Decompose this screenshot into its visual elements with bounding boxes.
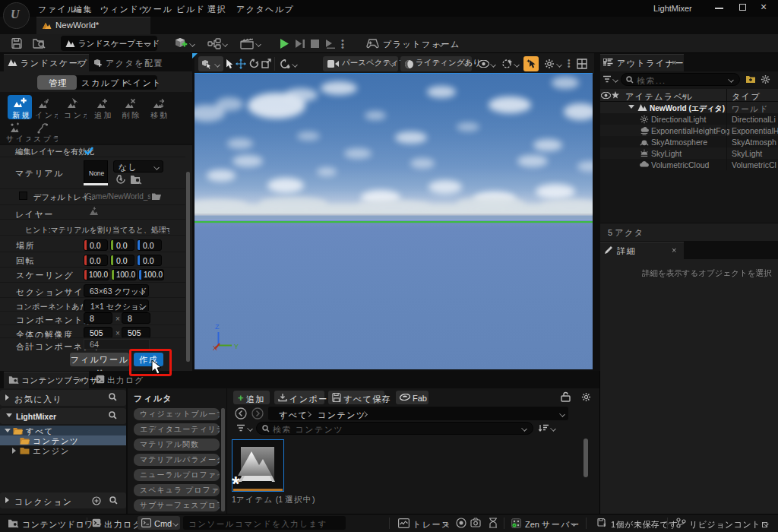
svg-text:Y: Y <box>234 343 239 350</box>
svg-text:Z: Z <box>215 323 220 331</box>
svg-text:X: X <box>213 344 217 352</box>
